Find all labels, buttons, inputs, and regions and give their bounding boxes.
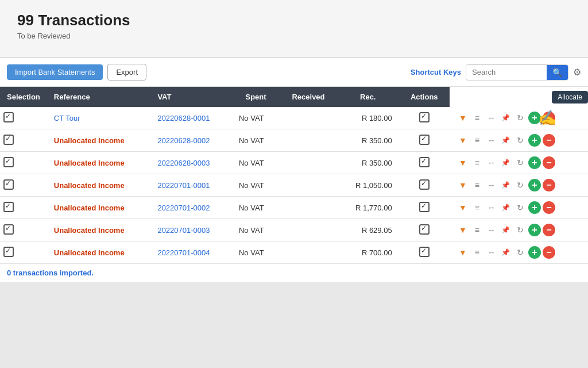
list-icon[interactable]: ≡: [471, 156, 483, 169]
paperclip-icon[interactable]: 📌: [500, 179, 512, 191]
export-button[interactable]: Export: [107, 64, 146, 80]
selection-cell: [0, 219, 47, 241]
arrow-expand-icon[interactable]: ↔: [485, 201, 498, 214]
chevron-down-icon[interactable]: ▼: [457, 134, 469, 147]
gear-icon[interactable]: ⚙: [573, 67, 581, 78]
rec-checkbox[interactable]: [419, 135, 430, 145]
list-icon[interactable]: ≡: [471, 179, 483, 191]
chevron-down-icon[interactable]: ▼: [457, 246, 469, 259]
transaction-reference[interactable]: 20220628-0001: [150, 107, 232, 129]
actions-cell: ▼≡↔📌↻+−: [450, 241, 588, 264]
transaction-label[interactable]: Unallocated Income: [47, 197, 151, 219]
remove-button[interactable]: −: [543, 134, 555, 147]
row-checkbox[interactable]: [3, 247, 14, 257]
transaction-spent: [280, 219, 337, 241]
transaction-label[interactable]: CT Tour: [47, 107, 151, 129]
arrow-expand-icon[interactable]: ↔: [485, 246, 498, 259]
paperclip-icon[interactable]: 📌: [500, 112, 512, 124]
transaction-label[interactable]: Unallocated Income: [47, 174, 151, 197]
list-icon[interactable]: ≡: [471, 112, 483, 124]
refresh-icon[interactable]: ↻: [514, 224, 527, 236]
add-button[interactable]: +: [528, 246, 541, 259]
rec-cell: [399, 219, 450, 241]
remove-button[interactable]: −: [543, 112, 555, 124]
transaction-reference[interactable]: 20220628-0002: [150, 129, 232, 152]
rec-checkbox[interactable]: [419, 112, 430, 122]
rec-checkbox[interactable]: [419, 179, 430, 190]
transaction-vat: No VAT: [232, 152, 280, 174]
transaction-spent: [280, 174, 337, 197]
rec-cell: [399, 152, 450, 174]
add-button[interactable]: +: [528, 201, 541, 214]
search-button[interactable]: 🔍: [547, 65, 568, 80]
row-checkbox[interactable]: [3, 112, 14, 122]
row-checkbox[interactable]: [3, 157, 14, 167]
chevron-down-icon[interactable]: ▼: [457, 201, 469, 214]
rec-checkbox[interactable]: [419, 247, 430, 257]
row-checkbox[interactable]: [3, 179, 14, 190]
refresh-icon[interactable]: ↻: [514, 246, 527, 259]
list-icon[interactable]: ≡: [471, 224, 483, 236]
col-received: Received: [280, 87, 337, 107]
import-bank-statements-button[interactable]: Import Bank Statements: [7, 64, 103, 80]
rec-checkbox[interactable]: [419, 224, 430, 235]
add-button[interactable]: +: [528, 134, 541, 147]
table-row: CT Tour20220628-0001No VATR 180.00▼≡↔📌↻+…: [0, 107, 588, 129]
remove-button[interactable]: −: [543, 224, 555, 236]
refresh-icon[interactable]: ↻: [514, 156, 527, 169]
selection-cell: [0, 197, 47, 219]
search-input[interactable]: [466, 65, 547, 79]
arrow-expand-icon[interactable]: ↔: [485, 112, 498, 124]
row-checkbox[interactable]: [3, 224, 14, 235]
action-buttons: ▼≡↔📌↻+−: [457, 112, 581, 124]
refresh-icon[interactable]: ↻: [514, 112, 527, 124]
arrow-expand-icon[interactable]: ↔: [485, 134, 498, 147]
paperclip-icon[interactable]: 📌: [500, 201, 512, 214]
actions-cell: ▼≡↔📌↻+−: [450, 174, 588, 197]
rec-cell: [399, 241, 450, 264]
add-button[interactable]: +: [528, 112, 541, 124]
transaction-reference[interactable]: 20220701-0003: [150, 219, 232, 241]
transaction-reference[interactable]: 20220701-0001: [150, 174, 232, 197]
arrow-expand-icon[interactable]: ↔: [485, 156, 498, 169]
paperclip-icon[interactable]: 📌: [500, 134, 512, 147]
table-row: Unallocated Income20220628-0003No VATR 3…: [0, 152, 588, 174]
chevron-down-icon[interactable]: ▼: [457, 224, 469, 236]
transaction-received: R 1,770.00: [337, 197, 399, 219]
transaction-received: R 700.00: [337, 241, 399, 264]
paperclip-icon[interactable]: 📌: [500, 246, 512, 259]
paperclip-icon[interactable]: 📌: [500, 156, 512, 169]
add-button[interactable]: +: [528, 179, 541, 191]
refresh-icon[interactable]: ↻: [514, 201, 527, 214]
chevron-down-icon[interactable]: ▼: [457, 112, 469, 124]
remove-button[interactable]: −: [543, 179, 555, 191]
add-button[interactable]: +: [528, 156, 541, 169]
rec-checkbox[interactable]: [419, 157, 430, 167]
remove-button[interactable]: −: [543, 156, 555, 169]
arrow-expand-icon[interactable]: ↔: [485, 224, 498, 236]
list-icon[interactable]: ≡: [471, 246, 483, 259]
transaction-label[interactable]: Unallocated Income: [47, 241, 151, 264]
list-icon[interactable]: ≡: [471, 134, 483, 147]
arrow-expand-icon[interactable]: ↔: [485, 179, 498, 191]
row-checkbox[interactable]: [3, 202, 14, 212]
transaction-label[interactable]: Unallocated Income: [47, 129, 151, 152]
transaction-reference[interactable]: 20220701-0002: [150, 197, 232, 219]
paperclip-icon[interactable]: 📌: [500, 224, 512, 236]
col-actions: Actions: [399, 87, 450, 107]
chevron-down-icon[interactable]: ▼: [457, 156, 469, 169]
remove-button[interactable]: −: [543, 201, 555, 214]
refresh-icon[interactable]: ↻: [514, 179, 527, 191]
transaction-reference[interactable]: 20220628-0003: [150, 152, 232, 174]
rec-checkbox[interactable]: [419, 202, 430, 212]
transaction-label[interactable]: Unallocated Income: [47, 152, 151, 174]
transaction-label[interactable]: Unallocated Income: [47, 219, 151, 241]
list-icon[interactable]: ≡: [471, 201, 483, 214]
row-checkbox[interactable]: [3, 135, 14, 145]
add-button[interactable]: +: [528, 224, 541, 236]
transaction-reference[interactable]: 20220701-0004: [150, 241, 232, 264]
remove-button[interactable]: −: [543, 246, 555, 259]
refresh-icon[interactable]: ↻: [514, 134, 527, 147]
chevron-down-icon[interactable]: ▼: [457, 179, 469, 191]
toolbar-right: Shortcut Keys 🔍 ⚙: [411, 64, 581, 80]
